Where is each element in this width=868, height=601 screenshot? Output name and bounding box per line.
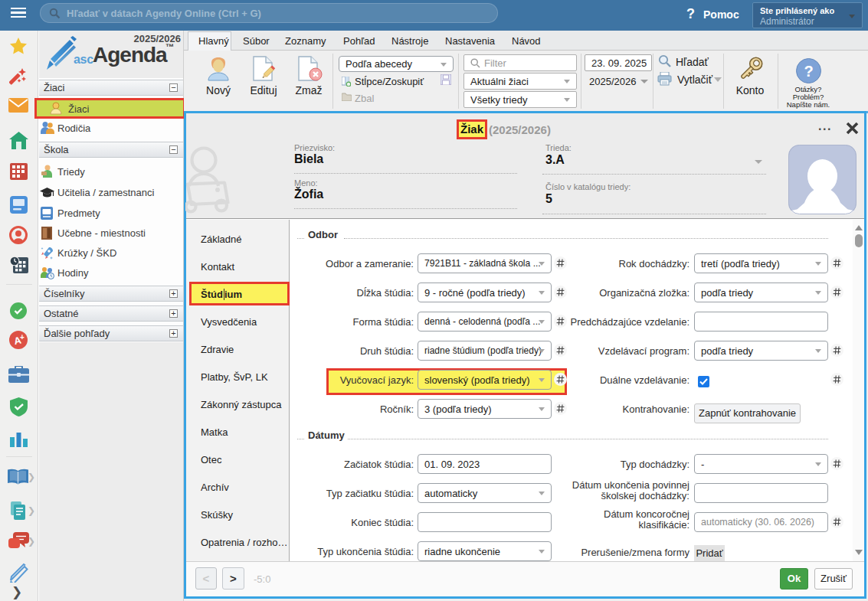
svg-text:+: + <box>20 333 25 341</box>
